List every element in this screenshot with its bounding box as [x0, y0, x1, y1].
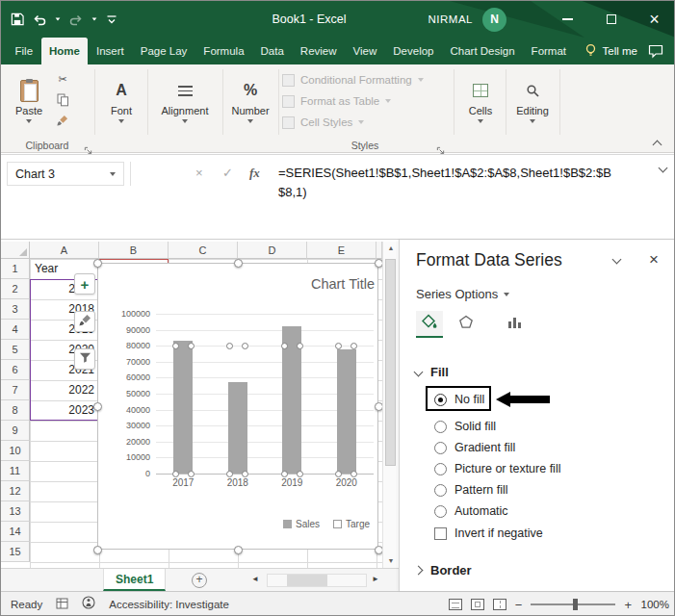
- ribbon-tab-data[interactable]: Data: [252, 38, 292, 64]
- close-button[interactable]: ×: [633, 1, 675, 38]
- row-header-1[interactable]: 1: [1, 259, 30, 279]
- border-section-toggle[interactable]: Border: [415, 563, 472, 578]
- minimize-button[interactable]: [546, 1, 589, 38]
- legend-item-targe[interactable]: Targe: [333, 519, 370, 529]
- ribbon-tab-format[interactable]: Format: [523, 38, 574, 64]
- row-header-14[interactable]: 14: [1, 522, 30, 542]
- redo-dropdown-icon[interactable]: [92, 17, 97, 20]
- fill-line-tab[interactable]: [416, 311, 443, 338]
- row-header-7[interactable]: 7: [1, 380, 30, 400]
- effects-tab[interactable]: [453, 311, 480, 338]
- fill-option-automatic[interactable]: Automatic: [434, 503, 508, 519]
- row-header-12[interactable]: 12: [1, 481, 30, 501]
- ribbon-tab-home[interactable]: Home: [41, 38, 89, 64]
- alignment-group-button[interactable]: Alignment: [149, 70, 221, 132]
- redo-icon[interactable]: [69, 13, 83, 26]
- page-layout-view-icon[interactable]: [471, 599, 484, 610]
- cut-icon[interactable]: ✂: [53, 70, 72, 89]
- radio-button[interactable]: [434, 421, 447, 433]
- ribbon-tab-chart-design[interactable]: Chart Design: [442, 38, 523, 64]
- undo-icon[interactable]: [33, 13, 46, 26]
- radio-button[interactable]: [434, 484, 447, 497]
- account-area[interactable]: NIRMAL N: [428, 1, 506, 38]
- accessibility-icon[interactable]: [82, 596, 95, 613]
- series-options-tab[interactable]: [501, 311, 528, 338]
- zoom-slider[interactable]: [531, 603, 615, 605]
- row-header-2[interactable]: 2: [1, 279, 30, 299]
- chart-title[interactable]: Chart Title: [311, 276, 375, 292]
- collapse-ribbon-icon[interactable]: [653, 141, 662, 150]
- record-macro-icon[interactable]: [56, 596, 68, 613]
- row-header-13[interactable]: 13: [1, 501, 30, 522]
- formula-bar-expand-icon[interactable]: [659, 164, 668, 173]
- column-header-a[interactable]: A: [30, 242, 99, 259]
- row-header-8[interactable]: 8: [1, 400, 30, 421]
- row-header-6[interactable]: 6: [1, 360, 30, 380]
- fill-option-solid-fill[interactable]: Solid fill: [434, 419, 496, 434]
- ribbon-tab-page-lay[interactable]: Page Lay: [132, 38, 195, 64]
- fill-option-pattern-fill[interactable]: Pattern fill: [434, 482, 508, 498]
- fill-option-gradient-fill[interactable]: Gradient fill: [434, 440, 515, 455]
- name-box-dropdown-icon[interactable]: [110, 172, 116, 176]
- pane-options-chevron-icon[interactable]: [612, 255, 622, 265]
- insert-function-icon[interactable]: fx: [249, 166, 260, 181]
- format-painter-icon[interactable]: [53, 111, 72, 129]
- row-header-9[interactable]: 9: [1, 421, 30, 441]
- chart-filters-button[interactable]: [74, 348, 95, 370]
- select-all-corner[interactable]: [1, 242, 30, 259]
- font-group-button[interactable]: A Font: [97, 70, 145, 132]
- zoom-level[interactable]: 100%: [640, 599, 669, 610]
- column-header-c[interactable]: C: [169, 242, 238, 259]
- scroll-right-icon[interactable]: ►: [372, 575, 379, 583]
- cancel-icon[interactable]: ×: [195, 166, 203, 180]
- ribbon-tab-review[interactable]: Review: [292, 38, 345, 64]
- cells-group-button[interactable]: Cells: [457, 70, 504, 132]
- legend-item-sales[interactable]: Sales: [283, 519, 320, 529]
- fill-option-picture-or-texture-fill[interactable]: Picture or texture fill: [434, 461, 560, 476]
- column-header-b[interactable]: B: [99, 242, 169, 259]
- paste-dropdown-icon[interactable]: [26, 119, 32, 123]
- sheet-tab-sheet1[interactable]: Sheet1: [103, 569, 166, 591]
- number-group-button[interactable]: % Number: [224, 70, 276, 132]
- copy-icon[interactable]: [53, 90, 72, 109]
- chart-legend[interactable]: SalesTarge: [98, 519, 370, 529]
- row-header-3[interactable]: 3: [1, 299, 30, 320]
- row-header-4[interactable]: 4: [1, 320, 30, 340]
- save-icon[interactable]: [11, 13, 24, 26]
- row-header-15[interactable]: 15: [1, 542, 30, 562]
- ribbon-tab-formula[interactable]: Formula: [195, 38, 252, 64]
- column-header-e[interactable]: E: [307, 242, 376, 259]
- horizontal-scrollbar[interactable]: [267, 574, 367, 587]
- scroll-down-icon[interactable]: ▼: [383, 554, 399, 568]
- undo-dropdown-icon[interactable]: [56, 17, 61, 20]
- editing-group-button[interactable]: Editing: [507, 70, 558, 132]
- normal-view-icon[interactable]: [449, 599, 462, 610]
- radio-button[interactable]: [434, 463, 447, 475]
- styles-item-cell-styles[interactable]: Cell Styles: [282, 114, 452, 131]
- styles-item-format-as-table[interactable]: Format as Table: [282, 92, 452, 110]
- vertical-scrollbar[interactable]: ▲ ▼: [382, 242, 398, 568]
- ribbon-tab-file[interactable]: File: [7, 38, 41, 64]
- enter-check-icon[interactable]: ✓: [222, 166, 233, 180]
- chart-elements-button[interactable]: +: [74, 273, 95, 295]
- ribbon-tab-insert[interactable]: Insert: [88, 38, 132, 64]
- comments-icon[interactable]: [648, 44, 663, 63]
- invert-checkbox[interactable]: [434, 527, 447, 540]
- fill-section-toggle[interactable]: Fill: [415, 365, 449, 379]
- close-pane-icon[interactable]: ×: [649, 250, 659, 270]
- row-header-10[interactable]: 10: [1, 441, 30, 461]
- horizontal-scroll-thumb[interactable]: [287, 575, 327, 586]
- user-avatar[interactable]: N: [482, 8, 506, 32]
- vertical-scroll-thumb[interactable]: [385, 259, 396, 466]
- ribbon-tab-view[interactable]: View: [345, 38, 385, 64]
- row-header-5[interactable]: 5: [1, 340, 30, 360]
- tell-me-button[interactable]: Tell me: [584, 38, 637, 64]
- styles-item-conditional-formatting[interactable]: Conditional Formatting: [282, 71, 452, 89]
- zoom-in-icon[interactable]: +: [624, 598, 632, 612]
- embedded-chart[interactable]: 0100002000030000400005000060000700008000…: [97, 263, 378, 550]
- new-sheet-button[interactable]: +: [192, 573, 207, 588]
- paste-button[interactable]: Paste: [9, 69, 49, 133]
- name-box[interactable]: Chart 3: [7, 162, 124, 186]
- scroll-up-icon[interactable]: ▲: [383, 242, 399, 255]
- page-break-view-icon[interactable]: [493, 599, 506, 610]
